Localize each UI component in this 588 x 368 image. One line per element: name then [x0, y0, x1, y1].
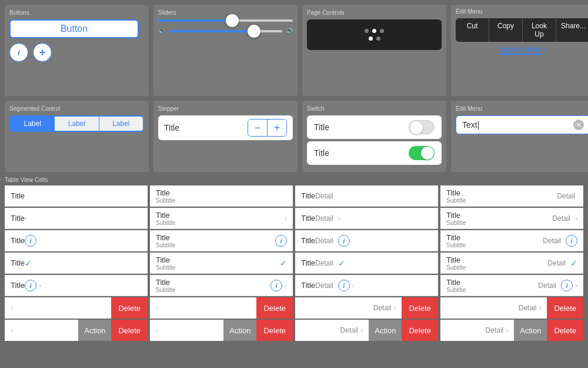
- delete-spacer: Detail ›: [295, 297, 402, 319]
- cell-subtitle: Subtitle: [446, 220, 552, 226]
- chevron-icon: ›: [506, 326, 508, 334]
- table-row[interactable]: Title Subtitle Detail: [440, 185, 583, 207]
- cell-title: Title: [156, 188, 287, 197]
- cell-detail: Detail: [315, 192, 333, 200]
- info-icon[interactable]: i: [25, 235, 36, 247]
- table-row[interactable]: Title Subtitle i ›: [150, 275, 293, 296]
- slider-thumb-1: [226, 14, 239, 27]
- cell-title: Title: [446, 256, 547, 264]
- delete-button[interactable]: Delete: [256, 320, 293, 341]
- edit-menu-share[interactable]: Share...: [556, 18, 588, 42]
- action-button[interactable]: Action: [78, 320, 111, 341]
- chevron-icon: ›: [156, 304, 158, 312]
- table-row[interactable]: Title Subtitle: [150, 185, 293, 207]
- dot-1-2[interactable]: [372, 29, 376, 33]
- segmented-control: Label Label Label: [9, 115, 144, 132]
- delete-button[interactable]: Delete: [402, 320, 438, 341]
- table-row[interactable]: Title: [5, 185, 148, 207]
- cell-title: Title: [301, 191, 315, 200]
- table-row[interactable]: Title Subtitle Detail ›: [440, 208, 583, 229]
- info-icon[interactable]: i: [270, 280, 282, 291]
- table-row[interactable]: Title Subtitle Detail ✓: [440, 253, 583, 274]
- ios-button[interactable]: Button: [9, 19, 139, 38]
- table-row[interactable]: Title Subtitle ✓: [150, 253, 293, 274]
- edit-menu-lookup[interactable]: Look Up: [523, 18, 556, 42]
- action-button[interactable]: Action: [514, 320, 547, 341]
- dot-2-1[interactable]: [369, 37, 373, 41]
- table-row[interactable]: Title Detail i: [295, 230, 438, 251]
- action-button[interactable]: Action: [223, 320, 256, 341]
- info-icon[interactable]: i: [338, 280, 350, 291]
- seg-item-2[interactable]: Label: [99, 117, 143, 131]
- text-input-row[interactable]: Text| ✕: [456, 115, 588, 134]
- slider-track-1[interactable]: [158, 19, 293, 22]
- page-controls-label: Page Controls: [307, 9, 442, 16]
- delete-spacer: Detail ›: [295, 320, 369, 341]
- chevron-icon: ›: [393, 304, 396, 312]
- slider-row-1: [158, 19, 293, 22]
- cursor-word: appropriately: [500, 45, 540, 55]
- edit-menu-panel: Edit Menu Cut Copy Look Up Share... appr…: [451, 5, 588, 96]
- cell-title: Title: [11, 281, 25, 290]
- table-row[interactable]: Title ✓: [5, 253, 148, 274]
- switch-knob-2: [421, 147, 434, 160]
- table-row[interactable]: Title Detail ›: [295, 208, 438, 229]
- table-row[interactable]: Title Subtitle i: [150, 230, 293, 251]
- chevron-icon: ›: [285, 281, 287, 290]
- table-col-4: Title Subtitle Detail Title Subtitle Det…: [440, 185, 583, 341]
- cell-title: Title: [301, 236, 315, 245]
- delete-button[interactable]: Delete: [111, 320, 148, 341]
- chevron-icon: ›: [25, 214, 27, 223]
- edit-menu-cut[interactable]: Cut: [456, 18, 489, 42]
- checkmark-icon: ✓: [570, 258, 577, 268]
- switch-toggle-1[interactable]: [409, 120, 435, 134]
- seg-item-0[interactable]: Label: [11, 117, 54, 131]
- table-row[interactable]: Title i ›: [5, 275, 148, 296]
- clear-button[interactable]: ✕: [573, 120, 584, 130]
- add-icon-button[interactable]: +: [33, 43, 52, 62]
- delete-action-cell: Detail › Action Delete: [295, 320, 438, 341]
- stepper-increment[interactable]: +: [268, 120, 286, 136]
- table-col-1: Title Title › Title i Title ✓ Titl: [5, 185, 148, 341]
- stepper-decrement[interactable]: −: [248, 120, 267, 136]
- delete-button[interactable]: Delete: [256, 297, 293, 319]
- action-button[interactable]: Action: [369, 320, 402, 341]
- info-icon[interactable]: i: [338, 235, 350, 247]
- table-row[interactable]: Title Detail ✓: [295, 253, 438, 274]
- seg-item-1[interactable]: Label: [54, 117, 98, 131]
- edit-menu-copy[interactable]: Copy: [489, 18, 523, 42]
- table-row[interactable]: Title Detail: [295, 185, 438, 207]
- dot-1-1[interactable]: [365, 29, 369, 33]
- info-icon-button[interactable]: i: [9, 43, 28, 62]
- slider-track-2[interactable]: [169, 30, 282, 32]
- delete-button[interactable]: Delete: [402, 297, 438, 319]
- switch-toggle-2[interactable]: [409, 146, 435, 160]
- checkmark-icon: ✓: [25, 258, 32, 268]
- delete-button[interactable]: Delete: [547, 297, 583, 319]
- table-row[interactable]: Title i: [5, 230, 148, 251]
- delete-spacer: ›: [5, 320, 78, 341]
- cell-detail: Detail: [340, 326, 359, 334]
- sliders-label: Sliders: [158, 9, 293, 16]
- chevron-icon: ›: [156, 326, 158, 334]
- delete-button[interactable]: Delete: [547, 320, 583, 341]
- dot-2-2[interactable]: [376, 37, 380, 41]
- table-row[interactable]: Title Detail i ›: [295, 275, 438, 296]
- cell-subtitle: Subtitle: [156, 287, 270, 293]
- edit-menu-label: Edit Menu: [456, 8, 588, 15]
- table-row[interactable]: Title Subtitle ›: [150, 208, 293, 229]
- info-icon[interactable]: i: [25, 280, 36, 291]
- delete-button[interactable]: Delete: [111, 297, 148, 319]
- text-input-value: Text|: [462, 120, 573, 130]
- chevron-icon: ›: [539, 304, 541, 312]
- table-row[interactable]: Title Subtitle Detail i: [440, 230, 583, 251]
- info-icon[interactable]: i: [275, 235, 287, 247]
- table-row[interactable]: Title Subtitle Detail i ›: [440, 275, 583, 296]
- table-row[interactable]: Title ›: [5, 208, 148, 229]
- segmented-panel: Segmented Control Label Label Label: [5, 101, 149, 172]
- delete-cell: › Delete: [5, 297, 148, 319]
- info-icon[interactable]: i: [561, 280, 573, 291]
- info-icon[interactable]: i: [566, 235, 577, 247]
- dot-1-3[interactable]: [380, 29, 384, 33]
- cell-title: Title: [301, 214, 315, 223]
